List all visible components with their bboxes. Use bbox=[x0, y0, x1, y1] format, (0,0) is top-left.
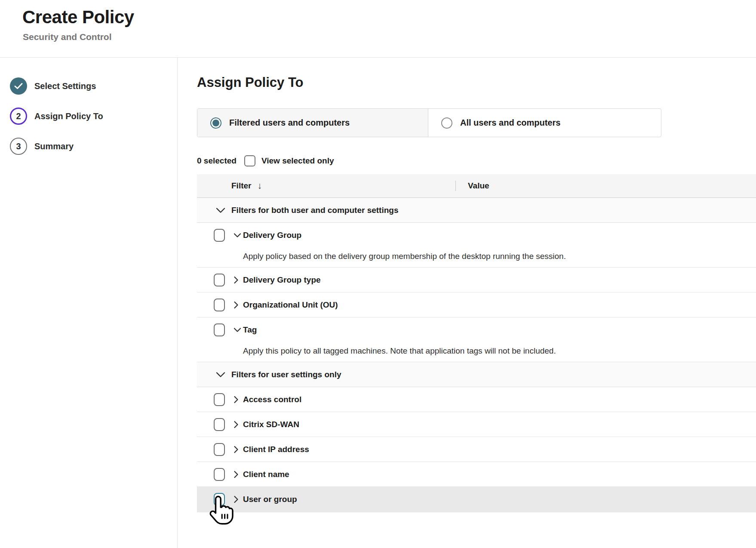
row-checkbox[interactable] bbox=[214, 229, 225, 242]
chevron-right-icon[interactable] bbox=[234, 496, 242, 503]
chevron-down-icon[interactable] bbox=[234, 327, 242, 332]
step-upcoming-circle: 3 bbox=[10, 138, 27, 155]
step-assign-policy-to[interactable]: 2 Assign Policy To bbox=[10, 108, 103, 125]
step-label: Select Settings bbox=[34, 81, 96, 91]
page-subtitle: Security and Control bbox=[23, 32, 112, 42]
selected-count: 0 selected bbox=[197, 156, 237, 166]
step-summary[interactable]: 3 Summary bbox=[10, 138, 103, 155]
radio-option-label: All users and computers bbox=[460, 118, 560, 128]
filter-row-tag[interactable]: Tag Apply this policy to all tagged mach… bbox=[197, 317, 756, 362]
selection-summary: 0 selected View selected only bbox=[197, 155, 334, 167]
step-completed-circle bbox=[10, 77, 27, 95]
page-title: Create Policy bbox=[22, 7, 134, 28]
assignment-scope-radio-group: Filtered users and computers All users a… bbox=[197, 108, 661, 137]
row-checkbox[interactable] bbox=[214, 274, 225, 286]
chevron-right-icon[interactable] bbox=[234, 446, 242, 453]
filter-label: Client name bbox=[243, 470, 289, 479]
row-checkbox-hovered[interactable] bbox=[214, 493, 225, 506]
table-header: Filter ↓ Value bbox=[197, 174, 756, 198]
group-label: Filters for user settings only bbox=[231, 370, 341, 379]
chevron-right-icon[interactable] bbox=[234, 276, 242, 284]
chevron-right-icon[interactable] bbox=[234, 421, 242, 428]
group-row-user-settings[interactable]: Filters for user settings only bbox=[197, 362, 756, 387]
group-label: Filters for both user and computer setti… bbox=[231, 206, 399, 215]
create-policy-wizard: Create Policy Security and Control Selec… bbox=[0, 0, 756, 548]
filter-row-citrix-sdwan[interactable]: Citrix SD-WAN bbox=[197, 412, 756, 437]
radio-option-label: Filtered users and computers bbox=[229, 118, 350, 128]
step-select-settings[interactable]: Select Settings bbox=[10, 77, 103, 95]
chevron-right-icon[interactable] bbox=[234, 471, 242, 478]
filter-row-client-ip-address[interactable]: Client IP address bbox=[197, 437, 756, 462]
row-checkbox[interactable] bbox=[214, 393, 225, 406]
column-header-filter[interactable]: Filter ↓ bbox=[231, 181, 262, 191]
filter-description: Apply policy based on the delivery group… bbox=[243, 252, 566, 261]
filter-label: Tag bbox=[243, 325, 257, 335]
filter-row-delivery-group[interactable]: Delivery Group Apply policy based on the… bbox=[197, 223, 756, 268]
row-checkbox[interactable] bbox=[214, 323, 225, 336]
filter-row-user-or-group[interactable]: User or group bbox=[197, 487, 756, 512]
group-row-both-settings[interactable]: Filters for both user and computer setti… bbox=[197, 198, 756, 223]
view-selected-only-label: View selected only bbox=[261, 156, 334, 166]
filter-label: Access control bbox=[243, 395, 301, 404]
check-icon bbox=[14, 83, 23, 89]
filter-row-delivery-group-type[interactable]: Delivery Group type bbox=[197, 268, 756, 292]
option-all-users[interactable]: All users and computers bbox=[428, 109, 661, 137]
filters-table: Filter ↓ Value Filters for both user and… bbox=[197, 174, 756, 512]
wizard-steps: Select Settings 2 Assign Policy To 3 Sum… bbox=[10, 77, 103, 168]
option-filtered-users[interactable]: Filtered users and computers bbox=[197, 109, 428, 137]
sort-desc-icon[interactable]: ↓ bbox=[257, 181, 262, 191]
sidebar-divider bbox=[177, 58, 178, 548]
filter-column-label: Filter bbox=[231, 181, 251, 191]
step-active-circle: 2 bbox=[10, 108, 27, 125]
chevron-down-icon[interactable] bbox=[216, 372, 225, 378]
row-checkbox[interactable] bbox=[214, 443, 225, 456]
column-header-value: Value bbox=[468, 181, 489, 191]
step-label: Summary bbox=[34, 142, 74, 151]
filter-label: Citrix SD-WAN bbox=[243, 420, 299, 429]
view-selected-only-checkbox[interactable] bbox=[244, 155, 255, 166]
filter-label: Client IP address bbox=[243, 445, 309, 454]
row-checkbox[interactable] bbox=[214, 299, 225, 311]
chevron-down-icon[interactable] bbox=[234, 233, 242, 238]
column-divider bbox=[455, 181, 456, 191]
row-checkbox[interactable] bbox=[214, 468, 225, 481]
section-heading: Assign Policy To bbox=[197, 75, 303, 90]
filter-row-organizational-unit[interactable]: Organizational Unit (OU) bbox=[197, 292, 756, 317]
radio-unselected-icon[interactable] bbox=[441, 117, 452, 129]
filter-label: User or group bbox=[243, 495, 297, 504]
filter-label: Delivery Group type bbox=[243, 275, 321, 285]
chevron-right-icon[interactable] bbox=[234, 301, 242, 309]
filter-row-access-control[interactable]: Access control bbox=[197, 387, 756, 412]
filter-label: Organizational Unit (OU) bbox=[243, 300, 338, 310]
radio-selected-icon[interactable] bbox=[210, 117, 221, 129]
row-checkbox[interactable] bbox=[214, 418, 225, 431]
chevron-down-icon[interactable] bbox=[216, 207, 225, 213]
filter-label: Delivery Group bbox=[243, 231, 301, 240]
chevron-right-icon[interactable] bbox=[234, 396, 242, 403]
step-label: Assign Policy To bbox=[34, 111, 103, 121]
filter-description: Apply this policy to all tagged machines… bbox=[243, 346, 556, 356]
filter-row-client-name[interactable]: Client name bbox=[197, 462, 756, 487]
header-divider bbox=[0, 57, 756, 58]
